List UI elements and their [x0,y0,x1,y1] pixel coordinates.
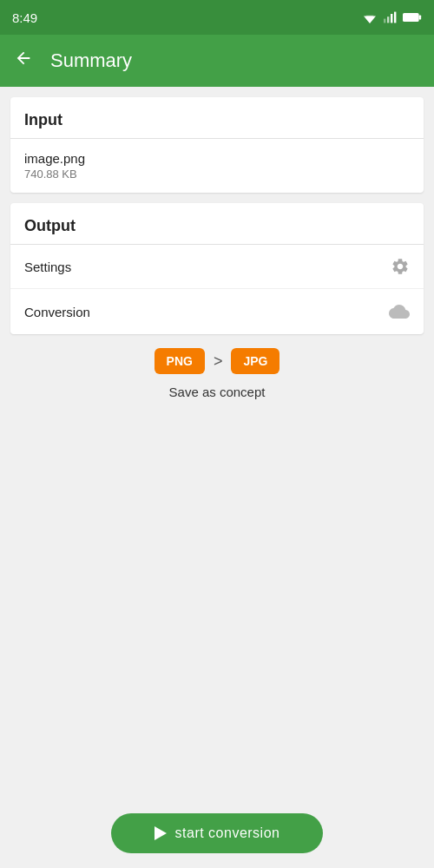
main-content: Input image.png 740.88 KB Output Setting… [0,87,434,868]
output-card: Output Settings Conversion [10,203,424,334]
cloud-icon [389,301,410,322]
settings-row[interactable]: Settings [10,245,424,289]
svg-rect-5 [394,12,396,23]
to-format-badge: JPG [231,348,279,374]
file-size: 740.88 KB [24,168,410,181]
svg-rect-3 [387,16,389,23]
wifi-icon [361,11,378,23]
svg-rect-4 [391,14,392,23]
status-icons [361,11,422,23]
start-conversion-button[interactable]: start conversion [111,813,324,853]
conversion-badges: PNG > JPG [10,348,424,374]
svg-rect-2 [384,19,385,23]
app-bar-title: Summary [50,49,132,72]
app-bar: Summary [0,35,434,87]
input-file-row: image.png 740.88 KB [10,139,424,193]
input-title: Input [24,111,62,128]
status-time: 8:49 [12,10,37,25]
bottom-bar: start conversion [0,799,434,868]
svg-rect-6 [403,13,419,22]
input-card: Input image.png 740.88 KB [10,97,424,193]
back-button[interactable] [14,49,33,73]
input-card-header: Input [10,97,424,139]
battery-icon [403,12,422,23]
start-button-label: start conversion [175,825,280,841]
play-icon [155,826,167,840]
save-concept-label: Save as concept [10,385,424,399]
gear-icon [391,257,410,276]
signal-icon [384,11,398,23]
status-bar: 8:49 [0,0,434,35]
conversion-row[interactable]: Conversion [10,289,424,334]
output-card-header: Output [10,203,424,245]
output-title: Output [24,217,76,234]
conversion-label: Conversion [24,305,90,319]
conversion-arrow: > [214,352,223,371]
from-format-badge: PNG [155,348,205,374]
settings-label: Settings [24,260,71,274]
file-name: image.png [24,151,410,166]
svg-rect-7 [419,15,422,19]
